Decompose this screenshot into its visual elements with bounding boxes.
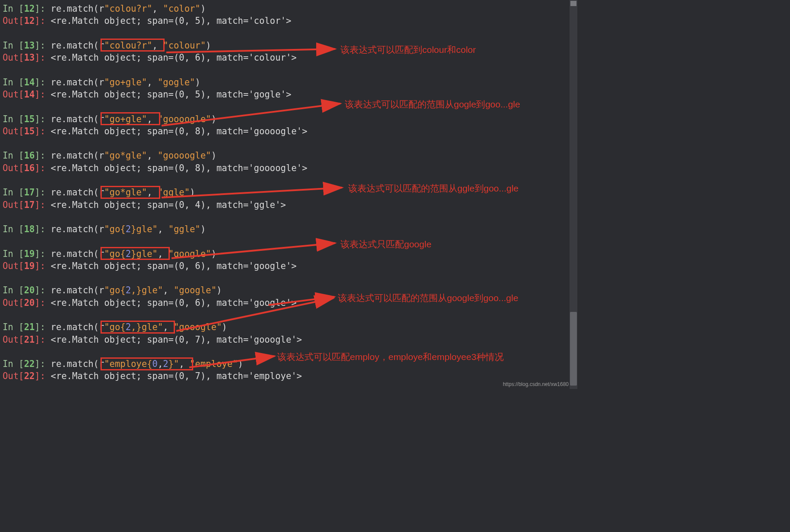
scrollbar-track[interactable] [570,0,577,389]
blank-line [3,137,577,149]
out-cell-13: Out[13]: <re.Match object; span=(0, 6), … [3,52,577,64]
blank-line [3,64,577,76]
out-cell-12: Out[12]: <re.Match object; span=(0, 5), … [3,15,577,27]
out-cell-17: Out[17]: <re.Match object; span=(0, 4), … [3,199,577,211]
in-cell-15: In [15]: re.match(r"go+gle", "goooogle") [3,113,577,125]
annotation-text-1: 该表达式可以匹配的范围从gogle到goo...gle [345,98,520,111]
annotation-text-4: 该表达式可以匹配的范围从google到goo...gle [338,292,518,305]
annotation-text-3: 该表达式只匹配google [340,238,431,251]
blank-line [3,211,577,223]
out-cell-15: Out[15]: <re.Match object; span=(0, 8), … [3,125,577,137]
scrollbar-thumb[interactable] [570,312,577,386]
annotation-text-5: 该表达式可以匹配employ，employe和employee3种情况 [277,351,504,363]
in-cell-13: In [13]: re.match(r"colou?r", "colour") [3,39,577,52]
in-cell-12: In [12]: re.match(r"colou?r", "color") [3,3,577,15]
blank-line [3,235,577,247]
blank-line [3,272,577,284]
minimap-indicator [570,1,576,6]
blank-line [3,309,577,321]
in-cell-18: In [18]: re.match(r"go{2}gle", "ggle") [3,223,577,235]
blank-line [3,383,577,389]
highlight-box-15 [100,112,160,125]
highlight-box-13 [100,39,165,52]
highlight-box-19 [100,247,170,260]
highlight-box-17 [100,186,160,199]
in-cell-16: In [16]: re.match(r"go*gle", "goooogle") [3,149,577,162]
out-cell-16: Out[16]: <re.Match object; span=(0, 8), … [3,162,577,174]
in-cell-19: In [19]: re.match(r"go{2}gle", "google") [3,248,577,260]
blank-line [3,27,577,39]
annotation-text-0: 该表达式可以匹配到colour和color [340,44,476,56]
out-cell-22: Out[22]: <re.Match object; span=(0, 7), … [3,370,577,382]
highlight-box-21 [100,321,175,334]
watermark-url: https://blog.csdn.net/xw1680 [503,381,569,388]
out-cell-19: Out[19]: <re.Match object; span=(0, 6), … [3,260,577,272]
in-cell-14: In [14]: re.match(r"go+gle", "gogle") [3,76,577,88]
in-cell-21: In [21]: re.match(r"go{2,}gle", "gooogle… [3,321,577,333]
annotation-text-2: 该表达式可以匹配的范围从ggle到goo...gle [348,182,518,195]
highlight-box-22 [100,357,193,370]
out-cell-21: Out[21]: <re.Match object; span=(0, 7), … [3,334,577,346]
